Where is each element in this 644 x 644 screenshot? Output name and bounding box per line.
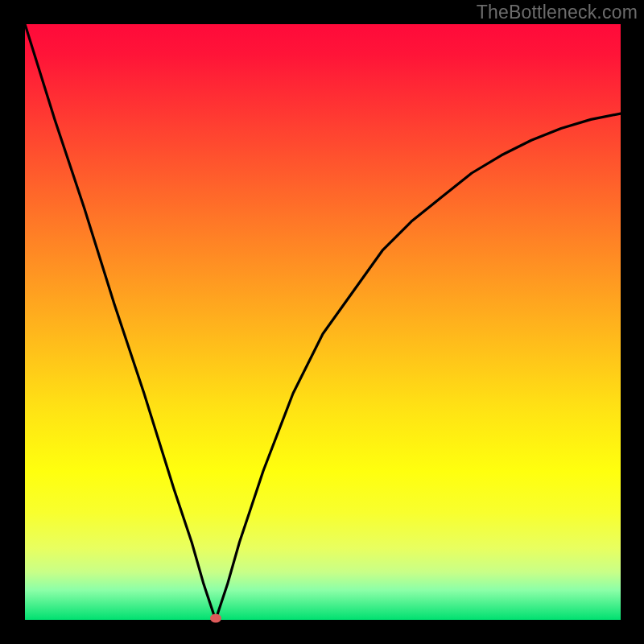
bottleneck-curve-svg bbox=[25, 24, 621, 620]
optimum-marker bbox=[210, 614, 221, 623]
watermark-text: TheBottleneck.com bbox=[477, 2, 638, 23]
chart-container: TheBottleneck.com bbox=[0, 0, 644, 644]
bottleneck-curve-path bbox=[25, 24, 621, 620]
